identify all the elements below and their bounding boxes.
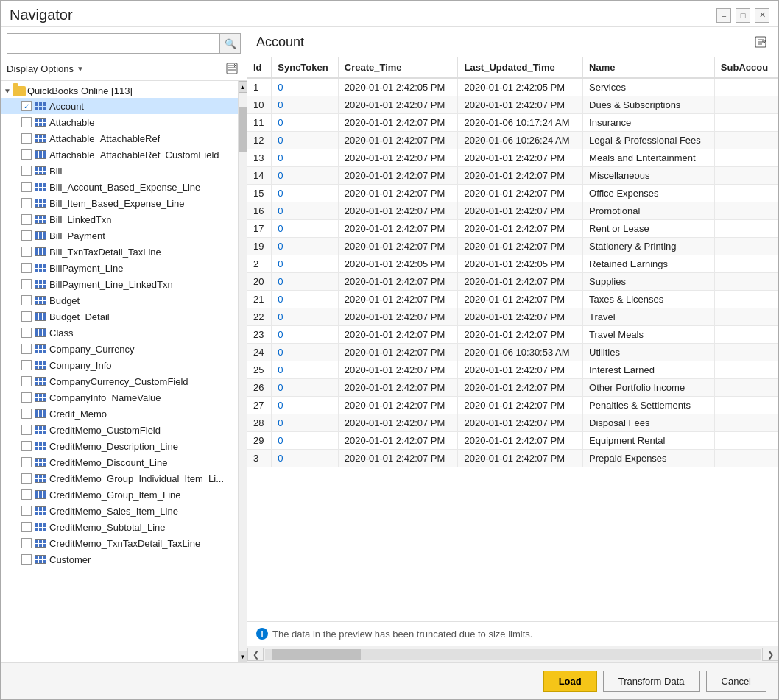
maximize-button[interactable]: □	[736, 8, 750, 23]
checkbox-attachable-ref[interactable]	[21, 133, 32, 144]
scroll-left-button[interactable]: ❮	[247, 648, 264, 661]
tree-root-item[interactable]: ▼ QuickBooks Online [113]	[1, 84, 238, 98]
table-icon-company-currency	[35, 344, 46, 353]
table-icon-creditmemo-subtotal	[35, 523, 46, 531]
checkbox-bill-item[interactable]	[21, 198, 32, 208]
tree-item-attachable-ref-custom[interactable]: Attachable_AttachableRef_CustomField	[1, 146, 238, 163]
h-scrollbar-track[interactable]	[265, 649, 761, 660]
tree-item-label-companyinfo-namevalue: CompanyInfo_NameValue	[49, 392, 161, 403]
table-icon-creditmemo-custom	[35, 425, 46, 434]
checkbox-billpayment-line-linked[interactable]	[21, 279, 32, 289]
col-synctoken[interactable]: SyncToken	[272, 57, 338, 78]
col-subaccount[interactable]: SubAccou	[714, 57, 778, 78]
checkbox-bill-payment[interactable]	[21, 230, 32, 241]
tree-container[interactable]: ▼ QuickBooks Online [113] ✓ Account	[1, 81, 238, 662]
tree-item-label-class: Class	[49, 328, 74, 339]
tree-item-budget[interactable]: Budget	[1, 292, 238, 308]
scroll-up-button[interactable]: ▲	[239, 81, 247, 93]
tree-item-company-currency-custom[interactable]: CompanyCurrency_CustomField	[1, 373, 238, 389]
display-options-button[interactable]: Display Options ▼	[7, 63, 84, 74]
tree-item-customer[interactable]: Customer	[1, 551, 238, 568]
tree-item-attachable-ref[interactable]: Attachable_AttachableRef	[1, 130, 238, 146]
search-input[interactable]	[7, 35, 219, 52]
checkbox-bill-account[interactable]	[21, 182, 32, 192]
tree-item-bill-item[interactable]: Bill_Item_Based_Expense_Line	[1, 195, 238, 211]
checkbox-class[interactable]	[21, 328, 32, 338]
checkbox-creditmemo-group-item[interactable]	[21, 489, 32, 500]
cancel-button[interactable]: Cancel	[706, 671, 766, 692]
checkbox-bill-linked[interactable]	[21, 214, 32, 225]
close-button[interactable]: ✕	[755, 8, 769, 23]
checkbox-company-currency-custom[interactable]	[21, 376, 32, 386]
checkbox-account[interactable]: ✓	[21, 101, 32, 111]
cell-name: Services	[583, 78, 715, 96]
export-icon-button[interactable]	[752, 33, 769, 51]
tree-item-company-info[interactable]: Company_Info	[1, 357, 238, 373]
tree-item-account[interactable]: ✓ Account	[1, 98, 238, 114]
checkbox-creditmemo-subtotal[interactable]	[21, 522, 32, 532]
checkbox-credit-memo[interactable]	[21, 409, 32, 419]
checkbox-attachable-ref-custom[interactable]	[21, 149, 32, 160]
checkbox-budget-detail[interactable]	[21, 311, 32, 322]
checkbox-creditmemo-sales[interactable]	[21, 506, 32, 516]
tree-item-bill-linked[interactable]: Bill_LinkedTxn	[1, 211, 238, 227]
checkbox-creditmemo-desc[interactable]	[21, 441, 32, 451]
checkbox-companyinfo-namevalue[interactable]	[21, 392, 32, 403]
tree-item-creditmemo-group-item[interactable]: CreditMemo_Group_Item_Line	[1, 487, 238, 503]
tree-item-budget-detail[interactable]: Budget_Detail	[1, 308, 238, 325]
table-icon-billpayment-line-linked	[35, 280, 46, 289]
data-table-wrapper[interactable]: Id SyncToken Create_Time Last_Updated_Ti…	[247, 57, 778, 621]
tree-item-creditmemo-sales[interactable]: CreditMemo_Sales_Item_Line	[1, 503, 238, 519]
refresh-button[interactable]	[223, 60, 241, 77]
transform-data-button[interactable]: Transform Data	[603, 671, 700, 692]
col-create-time[interactable]: Create_Time	[338, 57, 458, 78]
tree-item-bill-tax[interactable]: Bill_TxnTaxDetail_TaxLine	[1, 244, 238, 260]
tree-item-company-currency[interactable]: Company_Currency	[1, 341, 238, 357]
tree-item-billpayment-line[interactable]: BillPayment_Line	[1, 260, 238, 276]
col-id[interactable]: Id	[247, 57, 272, 78]
tree-item-bill-payment[interactable]: Bill_Payment	[1, 227, 238, 244]
tree-item-creditmemo-custom[interactable]: CreditMemo_CustomField	[1, 422, 238, 438]
checkbox-company-currency[interactable]	[21, 344, 32, 354]
load-button[interactable]: Load	[543, 671, 597, 692]
tree-item-label-billpayment-line: BillPayment_Line	[49, 263, 123, 274]
checkbox-company-info[interactable]	[21, 360, 32, 370]
cell-synctoken: 0	[272, 96, 338, 114]
checkbox-billpayment-line[interactable]	[21, 263, 32, 273]
checkbox-customer[interactable]	[21, 554, 32, 565]
checkbox-creditmemo-discount[interactable]	[21, 457, 32, 467]
checkbox-attachable[interactable]	[21, 117, 32, 127]
col-last-updated[interactable]: Last_Updated_Time	[458, 57, 583, 78]
tree-item-bill-account[interactable]: Bill_Account_Based_Expense_Line	[1, 179, 238, 195]
checkbox-bill-tax[interactable]	[21, 247, 32, 257]
minimize-button[interactable]: –	[716, 8, 731, 23]
col-name[interactable]: Name	[583, 57, 715, 78]
tree-item-creditmemo-desc[interactable]: CreditMemo_Description_Line	[1, 438, 238, 454]
horizontal-scrollbar[interactable]: ❮ ❯	[247, 646, 778, 662]
search-button[interactable]: 🔍	[219, 34, 240, 53]
cell-last-updated: 2020-01-01 2:42:07 PM	[458, 273, 583, 291]
checkbox-creditmemo-custom[interactable]	[21, 425, 32, 435]
tree-item-companyinfo-namevalue[interactable]: CompanyInfo_NameValue	[1, 389, 238, 406]
tree-item-billpayment-line-linked[interactable]: BillPayment_Line_LinkedTxn	[1, 276, 238, 292]
table-row: 15 0 2020-01-01 2:42:07 PM 2020-01-01 2:…	[247, 185, 778, 202]
tree-item-label-account: Account	[49, 101, 84, 112]
checkbox-creditmemo-group-individual[interactable]	[21, 473, 32, 484]
cell-synctoken: 0	[272, 149, 338, 167]
tree-item-creditmemo-discount[interactable]: CreditMemo_Discount_Line	[1, 454, 238, 470]
tree-item-creditmemo-group-individual[interactable]: CreditMemo_Group_Individual_Item_Li...	[1, 470, 238, 487]
scroll-right-button[interactable]: ❯	[762, 648, 778, 661]
checkbox-budget[interactable]	[21, 295, 32, 305]
tree-item-credit-memo[interactable]: Credit_Memo	[1, 406, 238, 422]
checkbox-creditmemo-tax[interactable]	[21, 538, 32, 548]
tree-scrollbar[interactable]: ▲ ▼	[238, 81, 247, 662]
tree-item-creditmemo-tax[interactable]: CreditMemo_TxnTaxDetail_TaxLine	[1, 535, 238, 551]
tree-item-creditmemo-subtotal[interactable]: CreditMemo_Subtotal_Line	[1, 519, 238, 535]
checkbox-bill[interactable]	[21, 166, 32, 176]
tree-item-bill[interactable]: Bill	[1, 163, 238, 179]
tree-item-class[interactable]: Class	[1, 325, 238, 341]
scroll-thumb[interactable]	[239, 107, 247, 152]
tree-item-attachable[interactable]: Attachable	[1, 114, 238, 130]
scroll-down-button[interactable]: ▼	[239, 651, 247, 662]
h-scrollbar-thumb[interactable]	[272, 649, 361, 660]
